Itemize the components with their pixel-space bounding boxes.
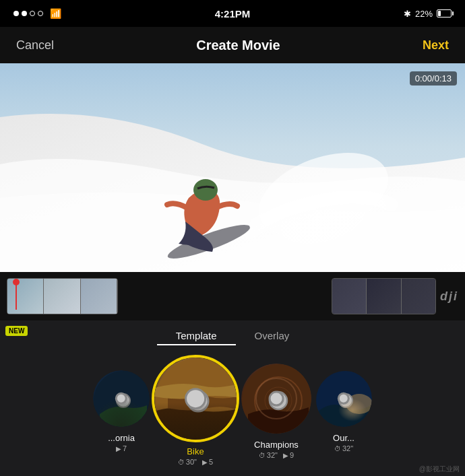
- disc-our-hole: [338, 393, 350, 405]
- status-time: 4:21PM: [215, 8, 251, 20]
- wifi-icon: 📶: [50, 8, 61, 19]
- template-name-champions: Champions: [254, 440, 299, 450]
- timeline[interactable]: dji: [0, 272, 465, 320]
- dot3: [30, 11, 35, 16]
- template-item-california[interactable]: ...ornia ▶7: [91, 368, 152, 452]
- template-area: NEW Template Overlay ...ornia ▶7: [0, 320, 465, 476]
- video-timecode: 0:00/0:13: [410, 71, 457, 86]
- next-button[interactable]: Next: [423, 38, 449, 53]
- tab-overlay[interactable]: Overlay: [236, 327, 309, 345]
- template-name-our: Our...: [333, 433, 354, 443]
- template-item-bike[interactable]: Bike ⏱30" ▶5: [152, 355, 239, 466]
- signal-dots: [13, 11, 43, 16]
- template-meta-california: ▶7: [116, 444, 127, 452]
- new-badge: NEW: [5, 326, 28, 336]
- disc-bike-hole: [185, 388, 206, 409]
- template-item-our[interactable]: Our... ⏱32": [313, 368, 374, 452]
- template-tabs: NEW Template Overlay: [0, 327, 465, 345]
- tab-template[interactable]: Template: [157, 327, 236, 345]
- clip-dark[interactable]: [332, 278, 436, 314]
- page-title: Create Movie: [196, 38, 280, 53]
- meta-bike-time: ⏱30": [178, 458, 197, 466]
- dot1: [13, 11, 19, 16]
- template-carousel: ...ornia ▶7 B: [0, 355, 465, 466]
- status-bar: 📶 4:21PM ✱ 22%: [0, 0, 465, 27]
- disc-champions-hole: [269, 391, 284, 407]
- dot4: [38, 11, 43, 16]
- dji-logo: dji: [440, 290, 458, 304]
- template-item-champions[interactable]: Champions ⏱32" ▶9: [239, 362, 313, 459]
- meta-california-plays: ▶7: [116, 444, 127, 452]
- disc-bike-inner: [154, 358, 237, 440]
- battery-fill: [438, 11, 441, 16]
- video-background: [0, 63, 465, 272]
- clip-segment-2: [44, 279, 80, 314]
- video-scene-svg: [0, 63, 465, 272]
- clip-dark-3: [402, 279, 435, 314]
- meta-our-time: ⏱32": [334, 444, 353, 452]
- nav-bar: Cancel Create Movie Next: [0, 27, 465, 63]
- video-preview: 0:00/0:13: [0, 63, 465, 272]
- meta-champions-time: ⏱32": [259, 451, 278, 459]
- status-left: 📶: [13, 8, 61, 19]
- clip-dark-1: [332, 279, 367, 314]
- template-name-bike: Bike: [187, 446, 204, 456]
- meta-bike-plays: ▶5: [202, 458, 213, 466]
- cancel-button[interactable]: Cancel: [16, 38, 54, 53]
- bluetooth-icon: ✱: [404, 9, 411, 19]
- status-right: ✱ 22%: [404, 9, 452, 19]
- disc-bike[interactable]: [152, 355, 239, 442]
- template-meta-bike: ⏱30" ▶5: [178, 458, 213, 466]
- meta-champions-plays: ▶9: [283, 451, 294, 459]
- disc-california-inner: [93, 370, 150, 427]
- battery-icon: [437, 9, 452, 18]
- battery-text: 22%: [415, 9, 433, 19]
- svg-point-4: [193, 179, 218, 201]
- disc-champions-inner: [241, 364, 311, 434]
- template-meta-champions: ⏱32" ▶9: [259, 451, 294, 459]
- clip-segment-3: [81, 279, 117, 314]
- template-name-california: ...ornia: [108, 433, 135, 443]
- watermark: @影视工业网: [419, 465, 460, 474]
- clip-dark-2: [367, 279, 401, 314]
- dot2: [22, 11, 27, 16]
- disc-our-inner: [315, 370, 372, 427]
- playhead: [16, 283, 17, 310]
- template-meta-our: ⏱32": [334, 444, 353, 452]
- clip-snow[interactable]: [7, 278, 118, 314]
- disc-california-hole: [115, 393, 127, 405]
- disc-our[interactable]: [313, 368, 374, 429]
- disc-california[interactable]: [91, 368, 152, 429]
- disc-champions[interactable]: [239, 362, 313, 436]
